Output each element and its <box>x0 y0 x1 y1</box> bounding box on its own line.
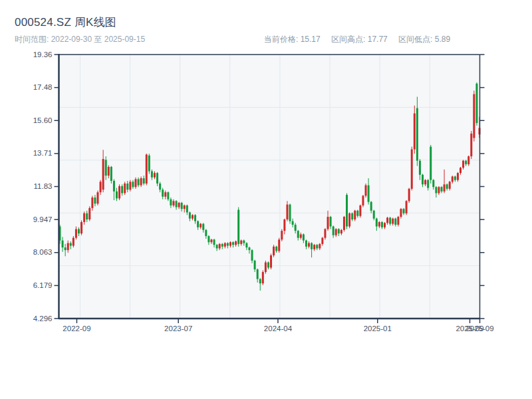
candle <box>108 167 110 176</box>
candle <box>281 231 283 239</box>
candle <box>184 205 186 209</box>
candle <box>319 244 321 249</box>
candle <box>467 156 469 164</box>
candle <box>213 239 215 245</box>
candle <box>473 94 475 138</box>
candle <box>292 221 294 225</box>
candle <box>210 239 212 242</box>
candle <box>159 184 161 190</box>
candle <box>313 245 315 249</box>
candle <box>475 84 477 123</box>
x-axis-label: 2024-04 <box>264 325 293 332</box>
candle <box>327 217 329 229</box>
candle <box>389 217 391 223</box>
candle <box>386 217 388 223</box>
candle <box>414 114 416 150</box>
candle <box>427 180 429 188</box>
candle <box>224 243 226 247</box>
candle <box>121 186 123 194</box>
candle <box>65 247 66 250</box>
candle <box>343 217 345 230</box>
y-axis-label: 8.063 <box>33 248 53 256</box>
candle <box>438 187 440 193</box>
candle <box>422 175 424 184</box>
x-axis-label: 2023-07 <box>164 325 192 332</box>
candle <box>265 263 267 272</box>
candle <box>406 201 408 213</box>
candle <box>126 184 128 190</box>
candle <box>110 167 112 181</box>
candle <box>270 255 272 267</box>
candle <box>170 200 172 205</box>
candle <box>207 236 209 242</box>
candle <box>254 261 256 269</box>
candle <box>102 159 104 190</box>
y-axis-label: 6.179 <box>33 281 53 289</box>
candle <box>134 179 136 187</box>
candle <box>289 205 291 221</box>
candle <box>273 247 275 255</box>
candle <box>245 243 247 248</box>
kline-chart-window: 000524.SZ 周K线图 时间范围: 2022-09-30 至 2025-0… <box>0 0 532 399</box>
candle <box>100 182 102 192</box>
candle <box>151 172 153 178</box>
candle <box>262 272 264 283</box>
candle <box>232 242 234 245</box>
candle <box>96 192 98 203</box>
candle <box>219 244 221 249</box>
candle <box>432 180 434 188</box>
candle <box>116 192 118 199</box>
candlestick-plot: 19.3617.4815.6013.7111.839.9478.0636.179… <box>0 0 532 399</box>
candle <box>105 160 107 176</box>
candle <box>394 219 396 225</box>
candle <box>435 187 437 193</box>
candle <box>167 192 169 200</box>
candle <box>200 224 201 227</box>
candle <box>449 182 451 189</box>
candle <box>446 184 448 189</box>
candle <box>235 241 237 245</box>
candle <box>172 201 174 205</box>
candle <box>216 245 218 248</box>
candle <box>359 205 361 216</box>
candle <box>384 223 386 227</box>
candle <box>321 238 323 244</box>
candle <box>368 186 370 202</box>
candle <box>452 176 454 182</box>
candle <box>72 238 74 246</box>
candle <box>86 213 88 219</box>
candle <box>227 243 229 246</box>
candle <box>457 173 459 180</box>
candle <box>83 213 85 222</box>
candle <box>78 229 80 233</box>
candle <box>62 241 64 248</box>
candle <box>240 241 242 244</box>
candle <box>129 182 131 190</box>
candle <box>430 147 432 180</box>
candle <box>176 201 178 207</box>
candle <box>373 211 375 219</box>
candle <box>338 229 340 233</box>
candle <box>146 154 148 183</box>
candle <box>243 241 245 243</box>
candle <box>221 244 223 247</box>
candle <box>454 176 456 180</box>
candle <box>381 222 383 227</box>
candle <box>465 161 467 164</box>
candle <box>162 190 164 197</box>
candle <box>283 219 285 231</box>
candle <box>192 215 194 218</box>
candle <box>75 229 77 237</box>
candle <box>181 203 183 209</box>
candle <box>348 213 350 227</box>
candle <box>460 168 462 173</box>
candle <box>118 186 120 198</box>
candle <box>278 239 280 251</box>
candle <box>229 242 231 245</box>
candle <box>362 196 364 205</box>
candle <box>303 234 305 240</box>
y-axis-label: 4.296 <box>33 315 53 323</box>
candle <box>80 222 82 233</box>
candle <box>286 205 288 219</box>
candle <box>408 189 410 201</box>
